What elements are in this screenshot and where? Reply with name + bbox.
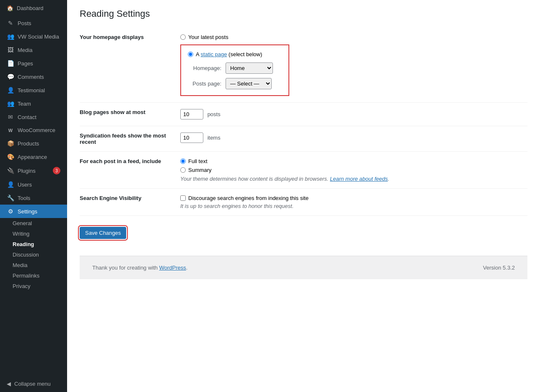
sidebar-item-products[interactable]: 📦 Products [0, 137, 67, 150]
submenu-label: Reading [13, 241, 34, 247]
latest-posts-radio[interactable] [180, 34, 186, 40]
social-media-icon: 👥 [7, 33, 14, 40]
latest-posts-option: Your latest posts [180, 34, 527, 40]
syndication-input[interactable] [180, 132, 203, 143]
sidebar-item-appearance[interactable]: 🎨 Appearance [0, 150, 67, 164]
sidebar-item-label: Users [18, 182, 32, 188]
sidebar-item-label: Team [18, 101, 31, 107]
submenu-label: Writing [13, 231, 29, 237]
sidebar-item-label: Appearance [18, 154, 47, 160]
submenu-item-permalinks[interactable]: Permalinks [0, 270, 67, 281]
submenu-item-discussion[interactable]: Discussion [0, 249, 67, 260]
sidebar-item-label: VW Social Media [18, 34, 59, 40]
full-text-option: Full text [180, 158, 527, 164]
blog-pages-suffix: posts [208, 111, 221, 117]
sidebar-item-testimonial[interactable]: 👤 Testimonial [0, 83, 67, 97]
settings-table: Your homepage displays Your latest posts… [80, 28, 527, 216]
media-icon: 🖼 [7, 47, 14, 53]
save-section: Save Changes [80, 223, 527, 239]
team-icon: 👥 [7, 100, 14, 107]
sidebar-logo-label: Dashboard [17, 5, 44, 11]
feed-include-row: For each post in a feed, include Full te… [80, 152, 527, 189]
sidebar-item-label: Tools [18, 195, 30, 201]
search-visibility-value: Discourage search engines from indexing … [172, 189, 527, 216]
testimonial-icon: 👤 [7, 87, 14, 93]
sidebar-item-team[interactable]: 👥 Team [0, 97, 67, 110]
full-text-radio[interactable] [180, 158, 186, 164]
sidebar-item-woocommerce[interactable]: W WooCommerce [0, 124, 67, 137]
submenu-item-general[interactable]: General [0, 218, 67, 228]
plugins-icon: 🔌 [7, 167, 14, 174]
submenu-label: Permalinks [13, 273, 39, 279]
sidebar: 🏠 Dashboard ✎ Posts 👥 VW Social Media 🖼 … [0, 0, 67, 392]
sidebar-item-contact[interactable]: ✉ Contact [0, 110, 67, 124]
contact-icon: ✉ [7, 114, 14, 120]
search-visibility-checkbox-option: Discourage search engines from indexing … [180, 195, 527, 201]
footer-text: Thank you for creating with WordPress. [92, 265, 187, 271]
sidebar-item-users[interactable]: 👤 Users [0, 178, 67, 191]
homepage-displays-value: Your latest posts A static page (select … [172, 28, 527, 103]
pages-icon: 📄 [7, 60, 14, 67]
search-visibility-note: It is up to search engines to honor this… [180, 203, 527, 209]
plugins-badge: 3 [53, 167, 60, 174]
submenu-item-reading[interactable]: Reading [0, 239, 67, 249]
version-text: Version 5.3.2 [483, 265, 515, 271]
sidebar-item-comments[interactable]: 💬 Comments [0, 70, 67, 83]
static-page-header: A static page (select below) [188, 51, 282, 57]
sidebar-item-label: Media [18, 47, 32, 53]
feed-include-label: For each post in a feed, include [80, 152, 172, 189]
submenu-item-writing[interactable]: Writing [0, 228, 67, 239]
posts-page-select[interactable]: — Select — Blog News [226, 78, 272, 89]
homepage-select[interactable]: Home Sample Page About [226, 62, 273, 74]
users-icon: 👤 [7, 181, 14, 188]
homepage-displays-label: Your homepage displays [80, 28, 172, 103]
sidebar-item-posts[interactable]: ✎ Posts [0, 16, 67, 30]
tools-icon: 🔧 [7, 195, 14, 201]
sidebar-item-label: Pages [18, 60, 33, 67]
sidebar-item-pages[interactable]: 📄 Pages [0, 57, 67, 70]
settings-icon: ⚙ [7, 208, 14, 215]
footer: Thank you for creating with WordPress. V… [80, 256, 527, 279]
static-page-radio[interactable] [188, 52, 193, 57]
sidebar-item-settings[interactable]: ⚙ Settings [0, 205, 67, 218]
syndication-row: Syndication feeds show the most recent i… [80, 126, 527, 152]
products-icon: 📦 [7, 140, 14, 147]
blog-pages-row: Blog pages show at most posts [80, 103, 527, 126]
wp-icon: 🏠 [7, 5, 13, 11]
sidebar-item-label: Products [18, 140, 39, 147]
wordpress-link[interactable]: WordPress [159, 265, 186, 271]
search-visibility-checkbox[interactable] [180, 195, 186, 201]
sidebar-item-media[interactable]: 🖼 Media [0, 43, 67, 57]
sidebar-item-tools[interactable]: 🔧 Tools [0, 191, 67, 205]
submenu-item-privacy[interactable]: Privacy [0, 281, 67, 291]
syndication-label: Syndication feeds show the most recent [80, 126, 172, 152]
submenu-label: General [13, 220, 32, 226]
sidebar-item-label: Contact [18, 114, 36, 120]
summary-option: Summary [180, 167, 527, 173]
appearance-icon: 🎨 [7, 153, 14, 160]
blog-pages-value: posts [172, 103, 527, 126]
page-title: Reading Settings [80, 8, 527, 19]
sidebar-logo[interactable]: 🏠 Dashboard [0, 0, 67, 16]
sidebar-item-label: Plugins [18, 168, 36, 174]
static-page-link[interactable]: static page [201, 51, 227, 57]
summary-radio[interactable] [180, 167, 186, 173]
sidebar-item-label: Comments [18, 74, 44, 80]
blog-pages-label: Blog pages show at most [80, 103, 172, 126]
posts-page-select-label: Posts page: [188, 80, 221, 87]
submenu-item-media[interactable]: Media [0, 260, 67, 270]
homepage-displays-row: Your homepage displays Your latest posts… [80, 28, 527, 103]
homepage-select-row: Homepage: Home Sample Page About [188, 62, 282, 74]
sidebar-item-plugins[interactable]: 🔌 Plugins 3 [0, 164, 67, 178]
syndication-value: items [172, 126, 527, 152]
sidebar-item-label: Posts [18, 20, 31, 26]
save-changes-button[interactable]: Save Changes [80, 227, 126, 239]
collapse-menu-button[interactable]: ◀ Collapse menu [0, 376, 67, 392]
comments-icon: 💬 [7, 73, 14, 80]
blog-pages-input[interactable] [180, 109, 203, 119]
posts-icon: ✎ [7, 20, 14, 26]
search-visibility-label: Search Engine Visibility [80, 189, 172, 216]
sidebar-item-vw-social-media[interactable]: 👥 VW Social Media [0, 30, 67, 43]
syndication-suffix: items [208, 135, 221, 141]
learn-more-link[interactable]: Learn more about feeds [330, 176, 388, 182]
